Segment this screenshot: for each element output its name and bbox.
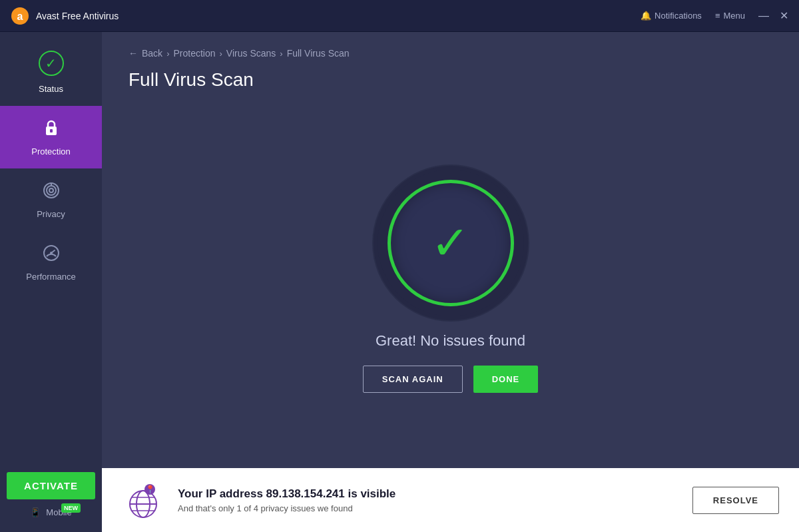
sidebar-item-mobile[interactable]: NEW 📱 Mobile [7, 499, 95, 525]
sidebar-protection-label: Protection [31, 146, 71, 156]
breadcrumb-sep-3: › [280, 49, 282, 59]
result-message: Great! No issues found [376, 332, 525, 350]
protection-lock-icon [41, 118, 61, 142]
privacy-fingerprint-icon [41, 180, 61, 205]
svg-rect-3 [50, 129, 53, 133]
title-bar-right: 🔔 Notifications ≡ Menu — ✕ [641, 11, 788, 21]
notifications-button[interactable]: 🔔 Notifications [641, 11, 702, 21]
svg-point-6 [49, 188, 53, 192]
scan-result-area: ✓ Great! No issues found SCAN AGAIN DONE [129, 111, 772, 452]
breadcrumb-sep-1: › [166, 49, 169, 59]
resolve-button[interactable]: RESOLVE [692, 487, 779, 514]
svg-text:📍: 📍 [145, 484, 155, 494]
scan-result-circle-outer: ✓ [378, 170, 524, 316]
banner-text: Your IP address 89.138.154.241 is visibl… [178, 487, 679, 513]
app-body: ✓ Status Protection [0, 32, 799, 532]
minimize-button[interactable]: — [758, 11, 769, 21]
avast-logo-icon: a [11, 7, 29, 25]
sidebar: ✓ Status Protection [0, 32, 102, 532]
close-button[interactable]: ✕ [780, 11, 788, 21]
action-buttons: SCAN AGAIN DONE [363, 366, 538, 393]
sidebar-item-privacy[interactable]: Privacy [0, 168, 102, 231]
page-title: Full Virus Scan [129, 69, 772, 91]
breadcrumb-protection[interactable]: Protection [173, 48, 215, 59]
done-button[interactable]: DONE [473, 366, 539, 393]
performance-gauge-icon [41, 243, 61, 268]
sidebar-bottom: ACTIVATE NEW 📱 Mobile [0, 465, 102, 532]
content-area: ← Back › Protection › Virus Scans › Full… [102, 32, 799, 468]
menu-button[interactable]: ≡ Menu [715, 11, 745, 21]
breadcrumb-sep-2: › [220, 49, 222, 59]
new-badge: NEW [61, 503, 81, 513]
menu-icon: ≡ [715, 11, 720, 21]
bell-icon: 🔔 [641, 11, 651, 21]
banner-title: Your IP address 89.138.154.241 is visibl… [178, 487, 679, 501]
breadcrumb-virus-scans[interactable]: Virus Scans [226, 48, 276, 59]
back-arrow-icon: ← [129, 48, 138, 59]
svg-point-5 [47, 186, 56, 195]
breadcrumb-current: Full Virus Scan [287, 48, 350, 59]
back-button[interactable]: ← Back [129, 48, 162, 59]
activate-button[interactable]: ACTIVATE [7, 472, 95, 499]
svg-text:a: a [17, 11, 23, 22]
svg-point-10 [50, 252, 53, 254]
globe-icon: 📍 [122, 479, 164, 521]
sidebar-item-status[interactable]: ✓ Status [0, 39, 102, 106]
scan-result-circle-inner: ✓ [388, 180, 514, 306]
sidebar-performance-label: Performance [26, 272, 75, 282]
breadcrumb: ← Back › Protection › Virus Scans › Full… [129, 48, 772, 59]
window-controls: — ✕ [758, 11, 788, 21]
title-bar: a Avast Free Antivirus 🔔 Notifications ≡… [0, 0, 799, 32]
app-title: Avast Free Antivirus [36, 11, 119, 21]
scan-again-button[interactable]: SCAN AGAIN [363, 366, 463, 393]
scan-check-icon: ✓ [431, 220, 470, 266]
banner-subtitle: And that's only 1 of 4 privacy issues we… [178, 503, 679, 513]
bottom-banner: 📍 Your IP address 89.138.154.241 is visi… [102, 468, 799, 532]
status-check-icon: ✓ [39, 51, 64, 76]
sidebar-privacy-label: Privacy [37, 209, 65, 219]
mobile-icon: 📱 [30, 507, 41, 517]
sidebar-item-performance[interactable]: Performance [0, 231, 102, 294]
sidebar-status-label: Status [39, 84, 63, 94]
title-bar-left: a Avast Free Antivirus [11, 7, 119, 25]
sidebar-item-protection[interactable]: Protection [0, 106, 102, 168]
main-content: ← Back › Protection › Virus Scans › Full… [102, 32, 799, 532]
